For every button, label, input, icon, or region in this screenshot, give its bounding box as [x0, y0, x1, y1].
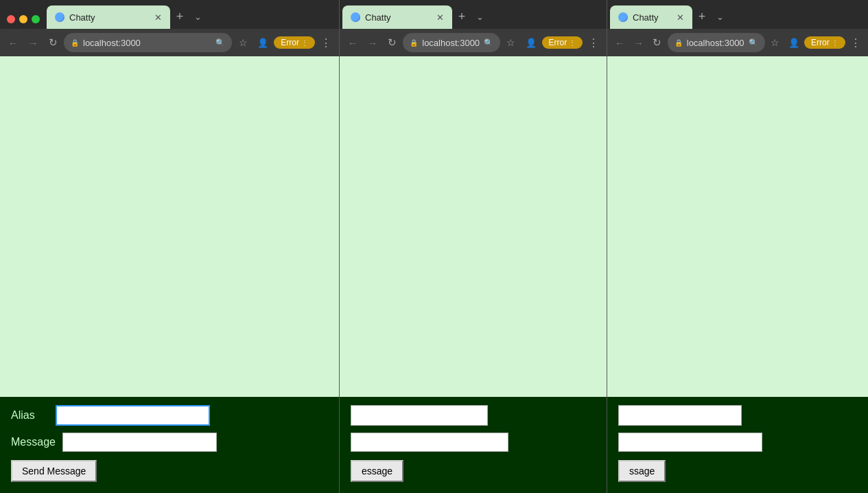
message-label: Message	[11, 436, 56, 448]
more-icon-1: ⋮	[320, 36, 331, 49]
tab-1-active[interactable]: Chatty ✕	[47, 5, 170, 29]
tab-bar-3: Chatty ✕ + ⌄	[607, 0, 868, 29]
star-icon-3: ☆	[771, 37, 779, 48]
alias-input[interactable]	[56, 405, 210, 426]
send-message-button-2[interactable]: essage	[351, 460, 403, 482]
back-btn-1[interactable]: ←	[4, 34, 22, 51]
more-btn-3[interactable]: ⋮	[847, 34, 864, 51]
page-bottom-3: ssage	[607, 397, 868, 493]
lock-icon-3: 🔒	[675, 39, 683, 47]
forward-btn-2[interactable]: →	[364, 34, 382, 51]
maximize-dot[interactable]	[32, 15, 40, 23]
back-icon-2: ←	[347, 37, 357, 49]
page-bottom-2: essage	[340, 397, 607, 493]
forward-icon: →	[28, 37, 38, 49]
star-icon-2: ☆	[506, 37, 515, 48]
person-btn-2[interactable]: 👤	[522, 34, 540, 51]
message-input-2[interactable]	[351, 433, 508, 452]
alias-row: Alias	[11, 405, 328, 426]
reload-btn-3[interactable]: ↻	[649, 34, 666, 51]
lock-icon-2: 🔒	[410, 39, 418, 47]
new-tab-btn-3[interactable]: +	[692, 7, 712, 26]
send-message-button-3[interactable]: ssage	[618, 460, 666, 482]
alias-input-3[interactable]	[618, 405, 742, 426]
more-icon-2: ⋮	[588, 36, 599, 49]
new-tab-btn-1[interactable]: +	[170, 7, 189, 26]
url-box-2[interactable]: 🔒 localhost:3000 🔍	[403, 33, 500, 52]
back-btn-2[interactable]: ←	[344, 34, 362, 51]
page-content-1	[0, 56, 339, 397]
tab-favicon-3	[618, 12, 628, 22]
star-icon-1: ☆	[239, 37, 248, 48]
tab-close-3[interactable]: ✕	[677, 12, 684, 23]
page-content-2	[340, 56, 607, 397]
close-dot[interactable]	[7, 15, 15, 23]
reload-btn-2[interactable]: ↻	[384, 34, 401, 51]
tab-overflow-1[interactable]: ⌄	[189, 7, 206, 26]
error-badge-2[interactable]: Error ⋮	[542, 36, 583, 49]
error-badge-1[interactable]: Error ⋮	[274, 36, 315, 49]
tab-favicon-1	[55, 12, 64, 22]
person-icon-2: 👤	[526, 38, 537, 48]
lock-icon-1: 🔒	[71, 39, 79, 47]
tab-label-2: Chatty	[365, 12, 432, 23]
back-btn-3[interactable]: ←	[611, 34, 628, 51]
forward-btn-1[interactable]: →	[24, 34, 42, 51]
message-input[interactable]	[62, 433, 217, 452]
tab-favicon-2	[351, 12, 360, 22]
tab-2-active[interactable]: Chatty ✕	[342, 5, 452, 29]
address-bar-2: ← → ↻ 🔒 localhost:3000 🔍 ☆ 👤	[340, 29, 607, 56]
browser-window-2: Chatty ✕ + ⌄ ← → ↻	[340, 0, 607, 493]
more-btn-1[interactable]: ⋮	[317, 34, 335, 51]
forward-icon-2: →	[367, 37, 377, 49]
back-icon: ←	[8, 37, 19, 49]
address-bar-1: ← → ↻ 🔒 localhost:3000 🔍 ☆ 👤	[0, 29, 339, 56]
tab-overflow-3[interactable]: ⌄	[712, 7, 728, 26]
alias-label: Alias	[11, 409, 49, 422]
reload-icon-2: ↻	[388, 36, 397, 49]
tab-close-1[interactable]: ✕	[154, 12, 162, 23]
message-input-3[interactable]	[618, 433, 762, 452]
url-box-3[interactable]: 🔒 localhost:3000 🔍	[668, 33, 765, 52]
person-icon-3: 👤	[788, 38, 799, 48]
minimize-dot[interactable]	[19, 15, 27, 23]
more-btn-2[interactable]: ⋮	[585, 34, 602, 51]
star-btn-2[interactable]: ☆	[502, 34, 520, 51]
page-bottom-1: Alias Message Send Message	[0, 397, 339, 493]
alias-input-2[interactable]	[351, 405, 488, 426]
error-badge-3[interactable]: Error ⋮	[804, 36, 845, 49]
tab-label-3: Chatty	[633, 12, 672, 23]
window-controls	[3, 15, 47, 29]
search-icon-1: 🔍	[215, 38, 225, 47]
url-text-2: localhost:3000	[422, 38, 480, 48]
forward-icon-3: →	[633, 37, 644, 49]
tab-bar-2: Chatty ✕ + ⌄	[340, 0, 607, 29]
search-icon-2: 🔍	[484, 38, 493, 47]
more-icon-3: ⋮	[850, 36, 861, 49]
browser-window-1: Chatty ✕ + ⌄ ← → ↻	[0, 0, 340, 493]
tab-3-active[interactable]: Chatty ✕	[610, 5, 692, 29]
new-tab-btn-2[interactable]: +	[452, 7, 471, 26]
reload-icon: ↻	[49, 36, 58, 49]
url-box-1[interactable]: 🔒 localhost:3000 🔍	[64, 33, 232, 52]
person-btn-1[interactable]: 👤	[254, 34, 272, 51]
tab-bar-1: Chatty ✕ + ⌄	[0, 0, 339, 29]
tab-label-1: Chatty	[69, 12, 150, 23]
search-icon-3: 🔍	[749, 38, 758, 47]
url-text-3: localhost:3000	[687, 38, 744, 48]
person-btn-3[interactable]: 👤	[786, 34, 802, 51]
star-btn-3[interactable]: ☆	[767, 34, 784, 51]
forward-btn-3[interactable]: →	[630, 34, 646, 51]
page-content-3	[607, 56, 868, 397]
star-btn-1[interactable]: ☆	[234, 34, 252, 51]
tab-close-2[interactable]: ✕	[436, 12, 444, 23]
reload-icon-3: ↻	[653, 36, 661, 49]
reload-btn-1[interactable]: ↻	[44, 34, 62, 51]
send-message-button[interactable]: Send Message	[11, 460, 97, 482]
browser-window-3: Chatty ✕ + ⌄ ← → ↻	[607, 0, 868, 493]
person-icon-1: 👤	[257, 38, 268, 48]
back-icon-3: ←	[615, 37, 625, 49]
tab-overflow-2[interactable]: ⌄	[471, 7, 488, 26]
message-row: Message	[11, 433, 328, 452]
url-text-1: localhost:3000	[83, 38, 211, 48]
